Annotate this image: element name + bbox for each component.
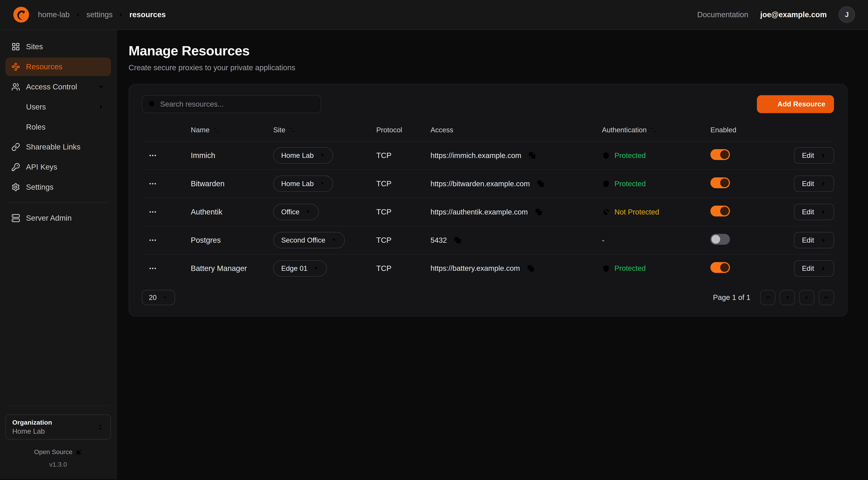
arrow-right-icon	[819, 209, 826, 216]
previous-page-button[interactable]	[780, 290, 795, 305]
search-box	[142, 95, 321, 113]
ellipsis-icon	[148, 264, 157, 273]
sidebar-item-resources[interactable]: Resources	[5, 58, 111, 76]
copy-button[interactable]	[534, 207, 544, 217]
arrow-right-icon	[819, 265, 826, 272]
sidebar-item-settings[interactable]: Settings	[5, 178, 111, 197]
page-size-select[interactable]: 20	[142, 290, 175, 305]
copy-button[interactable]	[527, 151, 537, 160]
app-root: home-lab settings resources Documentatio…	[0, 0, 868, 480]
edit-button[interactable]: Edit	[794, 232, 834, 248]
search-icon	[148, 100, 156, 108]
sidebar-item-access-control[interactable]: Access Control	[5, 78, 111, 96]
waypoints-icon	[11, 62, 20, 71]
external-arrow-icon	[312, 265, 319, 272]
row-menu-button[interactable]	[145, 205, 160, 218]
site-link[interactable]: Office	[273, 204, 319, 220]
table-row: Battery Manager Edge 01 TCP https://batt…	[142, 254, 834, 282]
toggle-thumb	[720, 150, 729, 159]
breadcrumb-settings[interactable]: settings	[87, 10, 113, 19]
resource-name: Bitwarden	[191, 179, 273, 188]
table-row: Bitwarden Home Lab TCP https://bitwarden…	[142, 170, 834, 198]
chevron-left-icon	[784, 294, 791, 301]
table-footer: 20 Page 1 of 1	[142, 290, 834, 305]
copy-icon	[537, 180, 545, 187]
gear-icon	[11, 183, 20, 191]
chevron-down-icon	[97, 83, 105, 91]
sort-icon	[289, 127, 296, 133]
site-link[interactable]: Home Lab	[273, 147, 333, 163]
site-link[interactable]: Home Lab	[273, 176, 333, 192]
sidebar-item-api-keys[interactable]: API Keys	[5, 158, 111, 176]
page-subtitle: Create secure proxies to your private ap…	[129, 63, 847, 72]
site-link[interactable]: Edge 01	[273, 260, 327, 276]
row-menu-button[interactable]	[145, 149, 160, 162]
version-label: v1.3.0	[5, 461, 111, 468]
enabled-toggle[interactable]	[710, 262, 730, 273]
row-menu-button[interactable]	[145, 262, 160, 275]
edit-button[interactable]: Edit	[794, 204, 834, 220]
first-page-button[interactable]	[760, 290, 775, 305]
table-row: Immich Home Lab TCP https://immich.examp…	[142, 141, 834, 170]
column-header-enabled: Enabled	[710, 126, 785, 134]
organization-select[interactable]: Organization Home Lab	[5, 415, 111, 440]
avatar[interactable]: J	[839, 6, 855, 23]
row-menu-button[interactable]	[145, 234, 160, 247]
sidebar: Sites Resources Access Control Users Rol…	[0, 30, 117, 479]
column-header-access: Access	[431, 126, 602, 134]
column-header-site[interactable]: Site	[273, 126, 376, 134]
add-resource-button[interactable]: Add Resource	[757, 95, 834, 113]
copy-button[interactable]	[536, 179, 546, 189]
plus-icon	[766, 100, 773, 108]
chevrons-left-icon	[764, 294, 771, 301]
enabled-toggle[interactable]	[710, 206, 730, 216]
access-url: https://bitwarden.example.com	[431, 180, 530, 188]
external-arrow-icon	[330, 237, 337, 243]
site-link[interactable]: Second Office	[273, 232, 345, 248]
sidebar-item-shareable-links[interactable]: Shareable Links	[5, 138, 111, 156]
auth-status: Protected	[602, 151, 711, 160]
chevrons-right-icon	[823, 294, 830, 301]
server-icon	[11, 214, 20, 222]
row-menu-button[interactable]	[145, 177, 160, 190]
edit-button[interactable]: Edit	[794, 260, 834, 276]
table-row: Authentik Office TCP https://authentik.e…	[142, 198, 834, 226]
last-page-button[interactable]	[819, 290, 834, 305]
ellipsis-icon	[148, 236, 157, 244]
breadcrumb-home-lab[interactable]: home-lab	[38, 10, 70, 19]
access-url: 5432	[431, 236, 447, 244]
sidebar-footer: Organization Home Lab Open Source v1.3.0	[5, 406, 111, 468]
enabled-toggle[interactable]	[710, 177, 730, 188]
sidebar-item-server-admin[interactable]: Server Admin	[5, 209, 111, 227]
app-logo[interactable]	[13, 6, 29, 23]
protocol: TCP	[376, 236, 431, 244]
access-url: https://battery.example.com	[431, 264, 520, 273]
sidebar-item-users[interactable]: Users	[5, 98, 111, 116]
chevrons-up-down-icon	[96, 423, 104, 431]
enabled-toggle[interactable]	[710, 149, 730, 160]
user-email[interactable]: joe@example.com	[760, 10, 827, 19]
copy-button[interactable]	[526, 264, 536, 273]
access-url: https://immich.example.com	[431, 151, 521, 160]
column-header-authentication[interactable]: Authentication	[602, 126, 711, 134]
ellipsis-icon	[148, 151, 157, 160]
arrow-right-icon	[819, 152, 826, 159]
open-source-link[interactable]: Open Source	[5, 448, 111, 456]
shield-off-icon	[602, 208, 610, 216]
edit-button[interactable]: Edit	[794, 147, 834, 163]
breadcrumb: home-lab settings resources	[38, 10, 166, 19]
sidebar-divider	[8, 202, 109, 203]
next-page-button[interactable]	[799, 290, 814, 305]
edit-button[interactable]: Edit	[794, 176, 834, 192]
documentation-link[interactable]: Documentation	[697, 10, 748, 19]
search-input[interactable]	[160, 100, 314, 109]
copy-button[interactable]	[453, 235, 463, 245]
sidebar-item-sites[interactable]: Sites	[5, 37, 111, 56]
auth-status: Protected	[602, 180, 711, 188]
protocol: TCP	[376, 151, 431, 160]
sidebar-item-roles[interactable]: Roles	[5, 118, 111, 136]
column-header-name[interactable]: Name	[191, 126, 273, 134]
resource-name: Authentik	[191, 208, 273, 216]
enabled-toggle[interactable]	[710, 234, 730, 245]
resources-card: Add Resource Name Site Protocol Acce	[129, 84, 847, 317]
